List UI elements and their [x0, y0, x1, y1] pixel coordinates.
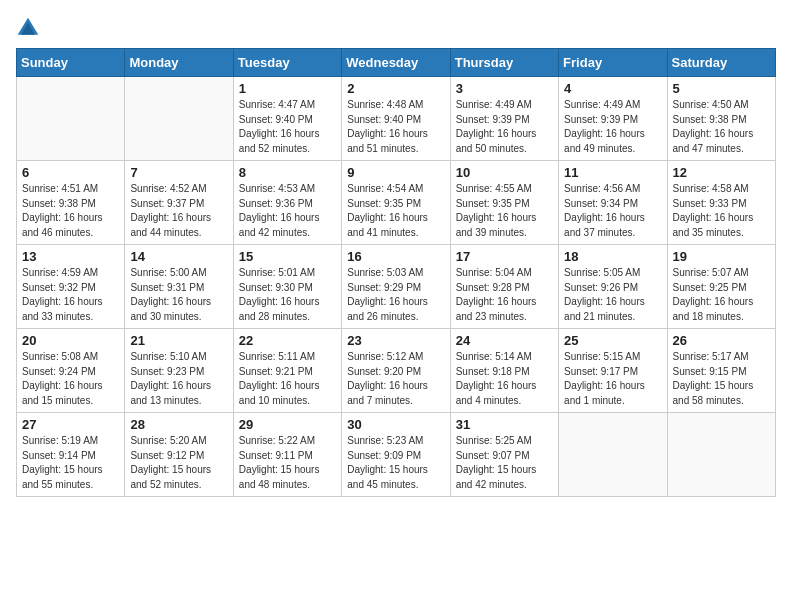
- calendar-cell: [559, 413, 667, 497]
- calendar-table: SundayMondayTuesdayWednesdayThursdayFrid…: [16, 48, 776, 497]
- calendar-cell: 11Sunrise: 4:56 AM Sunset: 9:34 PM Dayli…: [559, 161, 667, 245]
- calendar-cell: 2Sunrise: 4:48 AM Sunset: 9:40 PM Daylig…: [342, 77, 450, 161]
- calendar-cell: 30Sunrise: 5:23 AM Sunset: 9:09 PM Dayli…: [342, 413, 450, 497]
- day-info: Sunrise: 5:19 AM Sunset: 9:14 PM Dayligh…: [22, 434, 119, 492]
- header-monday: Monday: [125, 49, 233, 77]
- day-number: 6: [22, 165, 119, 180]
- page-header: [16, 16, 776, 40]
- calendar-cell: 10Sunrise: 4:55 AM Sunset: 9:35 PM Dayli…: [450, 161, 558, 245]
- calendar-cell: 22Sunrise: 5:11 AM Sunset: 9:21 PM Dayli…: [233, 329, 341, 413]
- calendar-cell: 13Sunrise: 4:59 AM Sunset: 9:32 PM Dayli…: [17, 245, 125, 329]
- day-number: 9: [347, 165, 444, 180]
- day-number: 7: [130, 165, 227, 180]
- calendar-cell: 23Sunrise: 5:12 AM Sunset: 9:20 PM Dayli…: [342, 329, 450, 413]
- day-number: 16: [347, 249, 444, 264]
- calendar-cell: [125, 77, 233, 161]
- calendar-header-row: SundayMondayTuesdayWednesdayThursdayFrid…: [17, 49, 776, 77]
- day-info: Sunrise: 5:12 AM Sunset: 9:20 PM Dayligh…: [347, 350, 444, 408]
- day-info: Sunrise: 4:55 AM Sunset: 9:35 PM Dayligh…: [456, 182, 553, 240]
- day-number: 21: [130, 333, 227, 348]
- calendar-cell: 25Sunrise: 5:15 AM Sunset: 9:17 PM Dayli…: [559, 329, 667, 413]
- day-number: 19: [673, 249, 770, 264]
- day-number: 24: [456, 333, 553, 348]
- day-number: 20: [22, 333, 119, 348]
- logo-icon: [16, 16, 40, 40]
- day-number: 8: [239, 165, 336, 180]
- day-number: 28: [130, 417, 227, 432]
- day-info: Sunrise: 5:01 AM Sunset: 9:30 PM Dayligh…: [239, 266, 336, 324]
- logo: [16, 16, 44, 40]
- day-number: 10: [456, 165, 553, 180]
- calendar-cell: 4Sunrise: 4:49 AM Sunset: 9:39 PM Daylig…: [559, 77, 667, 161]
- calendar-cell: [667, 413, 775, 497]
- day-info: Sunrise: 5:00 AM Sunset: 9:31 PM Dayligh…: [130, 266, 227, 324]
- calendar-cell: 26Sunrise: 5:17 AM Sunset: 9:15 PM Dayli…: [667, 329, 775, 413]
- day-number: 31: [456, 417, 553, 432]
- day-info: Sunrise: 5:08 AM Sunset: 9:24 PM Dayligh…: [22, 350, 119, 408]
- day-number: 2: [347, 81, 444, 96]
- calendar-cell: 24Sunrise: 5:14 AM Sunset: 9:18 PM Dayli…: [450, 329, 558, 413]
- day-number: 17: [456, 249, 553, 264]
- day-info: Sunrise: 4:49 AM Sunset: 9:39 PM Dayligh…: [564, 98, 661, 156]
- day-number: 26: [673, 333, 770, 348]
- day-info: Sunrise: 4:54 AM Sunset: 9:35 PM Dayligh…: [347, 182, 444, 240]
- header-saturday: Saturday: [667, 49, 775, 77]
- calendar-cell: [17, 77, 125, 161]
- day-number: 4: [564, 81, 661, 96]
- week-row-2: 6Sunrise: 4:51 AM Sunset: 9:38 PM Daylig…: [17, 161, 776, 245]
- day-info: Sunrise: 4:59 AM Sunset: 9:32 PM Dayligh…: [22, 266, 119, 324]
- calendar-cell: 1Sunrise: 4:47 AM Sunset: 9:40 PM Daylig…: [233, 77, 341, 161]
- day-info: Sunrise: 4:48 AM Sunset: 9:40 PM Dayligh…: [347, 98, 444, 156]
- calendar-cell: 15Sunrise: 5:01 AM Sunset: 9:30 PM Dayli…: [233, 245, 341, 329]
- day-number: 27: [22, 417, 119, 432]
- day-number: 1: [239, 81, 336, 96]
- header-thursday: Thursday: [450, 49, 558, 77]
- day-number: 22: [239, 333, 336, 348]
- day-number: 29: [239, 417, 336, 432]
- day-info: Sunrise: 4:56 AM Sunset: 9:34 PM Dayligh…: [564, 182, 661, 240]
- calendar-cell: 21Sunrise: 5:10 AM Sunset: 9:23 PM Dayli…: [125, 329, 233, 413]
- calendar-cell: 7Sunrise: 4:52 AM Sunset: 9:37 PM Daylig…: [125, 161, 233, 245]
- day-info: Sunrise: 5:15 AM Sunset: 9:17 PM Dayligh…: [564, 350, 661, 408]
- calendar-cell: 6Sunrise: 4:51 AM Sunset: 9:38 PM Daylig…: [17, 161, 125, 245]
- day-info: Sunrise: 5:10 AM Sunset: 9:23 PM Dayligh…: [130, 350, 227, 408]
- day-info: Sunrise: 5:11 AM Sunset: 9:21 PM Dayligh…: [239, 350, 336, 408]
- day-number: 5: [673, 81, 770, 96]
- day-info: Sunrise: 5:04 AM Sunset: 9:28 PM Dayligh…: [456, 266, 553, 324]
- calendar-cell: 5Sunrise: 4:50 AM Sunset: 9:38 PM Daylig…: [667, 77, 775, 161]
- day-number: 13: [22, 249, 119, 264]
- calendar-cell: 8Sunrise: 4:53 AM Sunset: 9:36 PM Daylig…: [233, 161, 341, 245]
- day-number: 12: [673, 165, 770, 180]
- day-info: Sunrise: 5:03 AM Sunset: 9:29 PM Dayligh…: [347, 266, 444, 324]
- calendar-cell: 9Sunrise: 4:54 AM Sunset: 9:35 PM Daylig…: [342, 161, 450, 245]
- header-wednesday: Wednesday: [342, 49, 450, 77]
- calendar-cell: 28Sunrise: 5:20 AM Sunset: 9:12 PM Dayli…: [125, 413, 233, 497]
- day-number: 3: [456, 81, 553, 96]
- day-info: Sunrise: 5:25 AM Sunset: 9:07 PM Dayligh…: [456, 434, 553, 492]
- week-row-4: 20Sunrise: 5:08 AM Sunset: 9:24 PM Dayli…: [17, 329, 776, 413]
- day-number: 15: [239, 249, 336, 264]
- week-row-3: 13Sunrise: 4:59 AM Sunset: 9:32 PM Dayli…: [17, 245, 776, 329]
- day-info: Sunrise: 5:05 AM Sunset: 9:26 PM Dayligh…: [564, 266, 661, 324]
- day-info: Sunrise: 4:53 AM Sunset: 9:36 PM Dayligh…: [239, 182, 336, 240]
- calendar-cell: 18Sunrise: 5:05 AM Sunset: 9:26 PM Dayli…: [559, 245, 667, 329]
- calendar-cell: 19Sunrise: 5:07 AM Sunset: 9:25 PM Dayli…: [667, 245, 775, 329]
- day-info: Sunrise: 4:58 AM Sunset: 9:33 PM Dayligh…: [673, 182, 770, 240]
- day-number: 14: [130, 249, 227, 264]
- day-info: Sunrise: 4:52 AM Sunset: 9:37 PM Dayligh…: [130, 182, 227, 240]
- day-number: 18: [564, 249, 661, 264]
- day-number: 23: [347, 333, 444, 348]
- day-number: 30: [347, 417, 444, 432]
- day-info: Sunrise: 4:47 AM Sunset: 9:40 PM Dayligh…: [239, 98, 336, 156]
- week-row-5: 27Sunrise: 5:19 AM Sunset: 9:14 PM Dayli…: [17, 413, 776, 497]
- calendar-cell: 16Sunrise: 5:03 AM Sunset: 9:29 PM Dayli…: [342, 245, 450, 329]
- calendar-cell: 31Sunrise: 5:25 AM Sunset: 9:07 PM Dayli…: [450, 413, 558, 497]
- calendar-cell: 27Sunrise: 5:19 AM Sunset: 9:14 PM Dayli…: [17, 413, 125, 497]
- header-tuesday: Tuesday: [233, 49, 341, 77]
- day-info: Sunrise: 4:49 AM Sunset: 9:39 PM Dayligh…: [456, 98, 553, 156]
- calendar-cell: 3Sunrise: 4:49 AM Sunset: 9:39 PM Daylig…: [450, 77, 558, 161]
- calendar-cell: 17Sunrise: 5:04 AM Sunset: 9:28 PM Dayli…: [450, 245, 558, 329]
- calendar-cell: 29Sunrise: 5:22 AM Sunset: 9:11 PM Dayli…: [233, 413, 341, 497]
- day-number: 11: [564, 165, 661, 180]
- week-row-1: 1Sunrise: 4:47 AM Sunset: 9:40 PM Daylig…: [17, 77, 776, 161]
